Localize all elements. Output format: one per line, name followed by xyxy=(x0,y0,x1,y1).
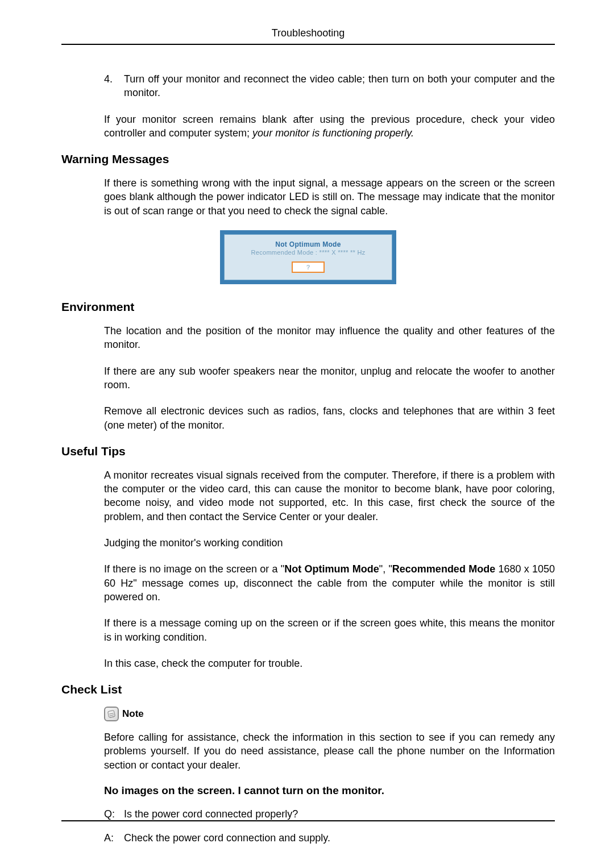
environment-p2: If there are any sub woofer speakers nea… xyxy=(104,364,555,392)
heading-useful-tips: Useful Tips xyxy=(61,445,555,458)
note-row: Note xyxy=(104,707,555,721)
dialog-frame: Not Optimum Mode Recommended Mode : ****… xyxy=(220,230,396,284)
heading-environment: Environment xyxy=(61,300,555,314)
tips-p3-pre: If there is no image on the screen or a … xyxy=(104,563,284,575)
a-text: Check the power cord connection and supp… xyxy=(124,831,555,845)
q-label: Q: xyxy=(104,807,124,821)
qa-question-row: Q: Is the power cord connected properly? xyxy=(104,807,555,821)
tips-p4: If there is a message coming up on the s… xyxy=(104,616,555,644)
note-label: Note xyxy=(122,708,144,720)
tips-p2: Judging the monitor's working condition xyxy=(104,536,555,550)
tips-p1: A monitor recreates visual signals recei… xyxy=(104,468,555,524)
heading-check-list: Check List xyxy=(61,683,555,696)
note-icon xyxy=(104,707,119,721)
tips-p3-mid: ", " xyxy=(379,563,392,575)
dialog-line-1: Not Optimum Mode xyxy=(225,240,392,248)
step-text: Turn off your monitor and reconnect the … xyxy=(124,72,555,100)
environment-p3: Remove all electronic devices such as ra… xyxy=(104,404,555,432)
tips-p3-bold2: Recommended Mode xyxy=(392,563,495,575)
warning-dialog-image: Not Optimum Mode Recommended Mode : ****… xyxy=(61,230,555,284)
subheading-no-images: No images on the screen. I cannot turn o… xyxy=(104,784,555,797)
tips-p3-bold1: Not Optimum Mode xyxy=(284,563,379,575)
footer-rule xyxy=(61,820,555,821)
post-step-italic: your monitor is functioning properly. xyxy=(252,127,414,139)
dialog-help-button: ? xyxy=(292,261,325,273)
checklist-note-paragraph: Before calling for assistance, check the… xyxy=(104,730,555,772)
qa-answer-row: A: Check the power cord connection and s… xyxy=(104,831,555,845)
warning-paragraph: If there is something wrong with the inp… xyxy=(104,176,555,218)
tips-p3: If there is no image on the screen or a … xyxy=(104,562,555,604)
heading-warning-messages: Warning Messages xyxy=(61,152,555,166)
post-step-paragraph: If your monitor screen remains blank aft… xyxy=(104,113,555,140)
dialog-line-2: Recommended Mode : **** X **** ** Hz xyxy=(225,249,392,256)
a-label: A: xyxy=(104,831,124,845)
step-4: 4. Turn off your monitor and reconnect t… xyxy=(104,72,555,100)
tips-p5: In this case, check the computer for tro… xyxy=(104,657,555,670)
environment-p1: The location and the position of the mon… xyxy=(104,324,555,352)
dialog-body: Not Optimum Mode Recommended Mode : ****… xyxy=(224,234,392,280)
page-header: Troubleshooting xyxy=(61,27,555,45)
step-number: 4. xyxy=(104,72,124,100)
q-text: Is the power cord connected properly? xyxy=(124,807,555,821)
